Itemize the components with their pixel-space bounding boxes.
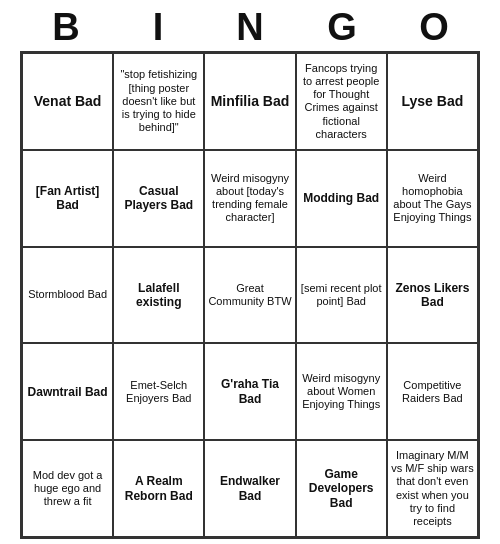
bingo-cell-10: Stormblood Bad (22, 247, 113, 344)
bingo-cell-8: Modding Bad (296, 150, 387, 247)
bingo-cell-13: [semi recent plot point] Bad (296, 247, 387, 344)
header-letter-g: G (300, 6, 384, 49)
bingo-cell-22: Endwalker Bad (204, 440, 295, 537)
bingo-cell-1: "stop fetishizing [thing poster doesn't … (113, 53, 204, 150)
bingo-cell-24: Imaginary M/M vs M/F ship wars that don'… (387, 440, 478, 537)
header-letter-o: O (392, 6, 476, 49)
bingo-cell-4: Lyse Bad (387, 53, 478, 150)
bingo-cell-23: Game Developers Bad (296, 440, 387, 537)
bingo-cell-14: Zenos Likers Bad (387, 247, 478, 344)
bingo-cell-2: Minfilia Bad (204, 53, 295, 150)
bingo-cell-9: Weird homophobia about The Gays Enjoying… (387, 150, 478, 247)
bingo-header: BINGO (20, 0, 480, 51)
bingo-cell-18: Weird misogyny about Women Enjoying Thin… (296, 343, 387, 440)
header-letter-i: I (116, 6, 200, 49)
bingo-cell-15: Dawntrail Bad (22, 343, 113, 440)
bingo-cell-0: Venat Bad (22, 53, 113, 150)
bingo-cell-6: Casual Players Bad (113, 150, 204, 247)
bingo-cell-12: Great Community BTW (204, 247, 295, 344)
bingo-cell-16: Emet-Selch Enjoyers Bad (113, 343, 204, 440)
bingo-cell-21: A Realm Reborn Bad (113, 440, 204, 537)
bingo-grid: Venat Bad"stop fetishizing [thing poster… (20, 51, 480, 539)
bingo-cell-3: Fancops trying to arrest people for Thou… (296, 53, 387, 150)
bingo-cell-11: Lalafell existing (113, 247, 204, 344)
header-letter-b: B (24, 6, 108, 49)
bingo-cell-17: G'raha Tia Bad (204, 343, 295, 440)
header-letter-n: N (208, 6, 292, 49)
bingo-cell-7: Weird misogyny about [today's trending f… (204, 150, 295, 247)
bingo-cell-5: [Fan Artist] Bad (22, 150, 113, 247)
bingo-cell-19: Competitive Raiders Bad (387, 343, 478, 440)
bingo-cell-20: Mod dev got a huge ego and threw a fit (22, 440, 113, 537)
